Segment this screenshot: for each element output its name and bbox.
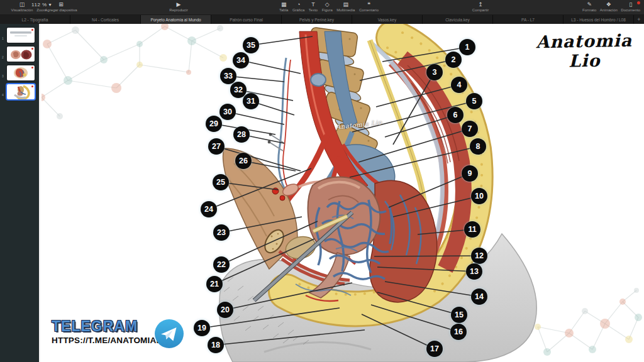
- comment-icon: ❝: [367, 1, 370, 8]
- document-tab-2[interactable]: N4 - Corticales: [70, 15, 141, 24]
- document-tab-1[interactable]: L2 - Tipografía: [0, 15, 70, 24]
- callout-24[interactable]: 24: [201, 201, 217, 217]
- record-indicator-dot: [637, 1, 640, 4]
- callout-lines: [42, 24, 644, 362]
- document-tab-6[interactable]: Vasos.key: [352, 15, 423, 24]
- slide-number: 4: [2, 93, 4, 97]
- slide-thumbnail-1[interactable]: 1: [0, 28, 40, 44]
- insert-group: ▦Tabla◔GráficaTTexto◇Figura▤Multimedia❝C…: [279, 0, 379, 15]
- slide-thumbnail-4[interactable]: 4: [0, 84, 40, 101]
- document-tab-strip: L2 - TipografíaN4 - CorticalesPoryeto An…: [0, 15, 644, 24]
- callout-18[interactable]: 18: [208, 337, 224, 353]
- callout-7[interactable]: 7: [462, 121, 478, 137]
- callout-23[interactable]: 23: [213, 224, 230, 241]
- table-icon: ▦: [281, 1, 287, 8]
- slide-thumbnail-3[interactable]: 3: [0, 65, 40, 82]
- add-tab-button[interactable]: +: [634, 15, 644, 24]
- callout-17[interactable]: 17: [426, 341, 443, 357]
- chart-button[interactable]: ◔Gráfica: [292, 0, 304, 15]
- callout-8[interactable]: 8: [470, 138, 486, 155]
- media-button[interactable]: ▤Multimedia: [336, 0, 355, 15]
- slide-number: 2: [2, 55, 4, 59]
- play-icon: ▶: [177, 1, 181, 8]
- media-icon: ▤: [343, 1, 349, 8]
- callout-33[interactable]: 33: [220, 68, 236, 84]
- slide-thumbnail-image: [7, 47, 35, 62]
- play-label: Reproducir: [169, 8, 187, 13]
- play-button[interactable]: ▶ Reproducir: [162, 1, 195, 13]
- shape-icon: ◇: [325, 1, 330, 8]
- slide-thumbnail-2[interactable]: 2: [0, 47, 40, 63]
- molecule-decoration: [42, 24, 644, 362]
- callout-4[interactable]: 4: [451, 77, 467, 93]
- callout-11[interactable]: 11: [464, 221, 480, 238]
- format-icon: ✎: [587, 1, 592, 8]
- callout-26[interactable]: 26: [235, 153, 252, 169]
- callout-12[interactable]: 12: [471, 248, 487, 264]
- document-tab-5[interactable]: Pelvis y Periné.key: [282, 15, 352, 24]
- callout-15[interactable]: 15: [451, 307, 467, 323]
- brand-logo: Anatomia Lio: [528, 30, 640, 71]
- callout-34[interactable]: 34: [233, 52, 249, 69]
- callout-1[interactable]: 1: [459, 39, 475, 55]
- watermark-text: Anatomia Lio: [336, 119, 382, 131]
- slide-navigator: 1234: [0, 24, 40, 362]
- inspector-group: ✎Formato❖Animación▯Documento: [582, 0, 640, 15]
- add-slide-button[interactable]: ⊞ Agregar diapositiva: [39, 1, 83, 13]
- view-icon: ◫: [19, 1, 25, 8]
- document-tab-4[interactable]: Patrón curso Final: [211, 15, 282, 24]
- callout-5[interactable]: 5: [466, 93, 482, 109]
- slide-thumbnail-image: [7, 65, 35, 80]
- add-slide-label: Agregar diapositiva: [45, 8, 77, 13]
- callout-28[interactable]: 28: [233, 126, 250, 143]
- slide-thumbnail-image: [7, 84, 35, 99]
- callout-32[interactable]: 32: [230, 82, 247, 98]
- format-button[interactable]: ✎Formato: [582, 0, 596, 15]
- callout-10[interactable]: 10: [471, 188, 487, 204]
- shape-button[interactable]: ◇Figura: [322, 0, 333, 15]
- callout-29[interactable]: 29: [206, 116, 222, 132]
- text-button[interactable]: TTexto: [309, 0, 318, 15]
- slide-thumbnail-image: [7, 28, 35, 43]
- document-tab-8[interactable]: PA - L7: [493, 15, 564, 24]
- telegram-icon: [155, 319, 184, 348]
- callout-3[interactable]: 3: [426, 64, 443, 80]
- callout-27[interactable]: 27: [208, 138, 225, 155]
- callout-16[interactable]: 16: [450, 324, 467, 340]
- callout-31[interactable]: 31: [243, 93, 259, 109]
- share-icon: ↥: [478, 1, 483, 8]
- callout-20[interactable]: 20: [217, 302, 233, 318]
- table-button[interactable]: ▦Tabla: [279, 0, 288, 15]
- animate-button[interactable]: ❖Animación: [600, 0, 618, 15]
- document-tab-9[interactable]: L3 - Huesos del Hombro / L08: [564, 15, 634, 24]
- telegram-title: TELEGRAM: [52, 318, 171, 335]
- telegram-banner: TELEGRAM HTTPS://T.ME/ANATOMIALIO: [52, 318, 171, 345]
- add-slide-icon: ⊞: [58, 1, 64, 8]
- slide-number: 3: [2, 74, 4, 78]
- callout-14[interactable]: 14: [471, 288, 487, 305]
- callout-21[interactable]: 21: [206, 276, 223, 292]
- callout-2[interactable]: 2: [445, 52, 462, 68]
- callout-6[interactable]: 6: [447, 107, 464, 123]
- share-button[interactable]: ↥ Compartir: [465, 1, 496, 13]
- callout-9[interactable]: 9: [462, 165, 478, 182]
- anatomy-illustration: [42, 24, 644, 362]
- callout-30[interactable]: 30: [219, 104, 236, 120]
- animate-icon: ❖: [606, 1, 611, 8]
- slide-number: 1: [2, 36, 4, 40]
- share-label: Compartir: [472, 8, 489, 13]
- document-tab-7[interactable]: Clavícula.key: [423, 15, 493, 24]
- app-toolbar: ◫ Visualización 112 % ▾ Zoom ⊞ Agregar d…: [0, 0, 644, 15]
- callout-35[interactable]: 35: [243, 37, 259, 53]
- chart-icon: ◔: [297, 1, 300, 8]
- telegram-url: HTTPS://T.ME/ANATOMIALIO: [52, 336, 171, 345]
- text-icon: T: [311, 1, 315, 8]
- slide-canvas: 1234567891011121314151617181920212223242…: [42, 24, 644, 362]
- comment-button[interactable]: ❝Comentario: [359, 0, 379, 15]
- callout-13[interactable]: 13: [466, 263, 482, 280]
- document-icon: ▯: [629, 1, 632, 8]
- callout-25[interactable]: 25: [213, 174, 229, 190]
- document-tab-3[interactable]: Poryeto Anatomía al Mundo: [141, 15, 211, 24]
- callout-22[interactable]: 22: [213, 256, 230, 273]
- callout-19[interactable]: 19: [194, 320, 210, 336]
